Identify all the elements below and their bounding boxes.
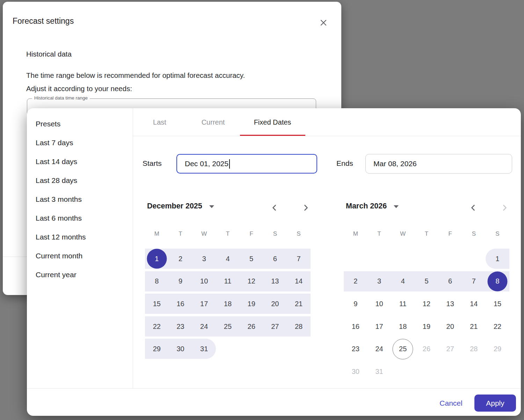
day-number: 7 — [472, 277, 476, 285]
day-number: 6 — [448, 277, 452, 285]
day-cell[interactable]: 31 — [192, 338, 216, 360]
day-cell[interactable]: 11 — [391, 293, 415, 315]
day-cell[interactable]: 12 — [240, 270, 263, 293]
day-cell[interactable]: 1 — [486, 248, 509, 270]
day-cell[interactable]: 2 — [169, 248, 192, 270]
weekday-label: S — [462, 229, 486, 239]
day-cell[interactable]: 24 — [192, 315, 216, 338]
day-cell[interactable]: 16 — [169, 293, 192, 315]
cancel-button[interactable]: Cancel — [428, 396, 474, 411]
day-cell[interactable]: 28 — [287, 315, 311, 338]
day-number: 25 — [399, 345, 407, 353]
day-cell[interactable]: 14 — [287, 270, 311, 293]
day-cell[interactable]: 3 — [367, 270, 391, 293]
calendar-header: March 2026 — [344, 199, 510, 216]
day-cell[interactable]: 13 — [438, 293, 462, 315]
day-cell[interactable]: 13 — [263, 270, 287, 293]
calendar-grid: 1234567891011121314151617181920212223242… — [145, 248, 311, 360]
preset-last-6-months[interactable]: Last 6 months — [36, 209, 82, 228]
day-cell[interactable]: 6 — [263, 248, 287, 270]
day-cell[interactable]: 5 — [240, 248, 263, 270]
ends-input[interactable]: Mar 08, 2026 — [365, 154, 512, 174]
day-cell[interactable]: 8 — [145, 270, 169, 293]
tab-fixed-dates[interactable]: Fixed Dates — [254, 108, 291, 136]
day-number: 3 — [202, 255, 206, 263]
day-number: 22 — [153, 323, 161, 331]
day-cell[interactable]: 12 — [415, 293, 438, 315]
apply-button[interactable]: Apply — [474, 395, 516, 412]
day-cell[interactable]: 18 — [391, 315, 415, 338]
day-cell: 26 — [415, 338, 438, 360]
day-cell[interactable]: 25 — [216, 315, 240, 338]
day-cell[interactable]: 17 — [192, 293, 216, 315]
day-number: 29 — [494, 345, 501, 353]
day-cell[interactable]: 5 — [415, 270, 438, 293]
chevron-left-icon — [270, 204, 279, 212]
day-cell[interactable]: 2 — [344, 270, 367, 293]
day-cell[interactable]: 17 — [367, 315, 391, 338]
day-cell[interactable]: 20 — [263, 293, 287, 315]
calendar-week-row: 23242526272829 — [344, 338, 509, 360]
day-cell[interactable]: 10 — [367, 293, 391, 315]
day-cell[interactable]: 15 — [145, 293, 169, 315]
day-number: 14 — [295, 277, 303, 285]
tab-bar: Last Current Fixed Dates — [133, 108, 521, 136]
close-icon — [319, 18, 328, 28]
day-cell[interactable]: 14 — [462, 293, 486, 315]
day-cell[interactable]: 4 — [216, 248, 240, 270]
day-cell[interactable]: 6 — [438, 270, 462, 293]
today-day-cell[interactable]: 25 — [391, 338, 415, 360]
day-cell[interactable]: 26 — [240, 315, 263, 338]
day-cell[interactable]: 24 — [367, 338, 391, 360]
dropdown-caret-icon — [394, 205, 399, 208]
day-cell[interactable]: 15 — [486, 293, 509, 315]
month-selector-button[interactable]: March 2026 — [346, 202, 399, 211]
preset-current-month[interactable]: Current month — [36, 246, 82, 265]
day-cell[interactable]: 30 — [169, 338, 192, 360]
day-cell[interactable]: 4 — [391, 270, 415, 293]
day-cell[interactable]: 10 — [192, 270, 216, 293]
preset-last-3-months[interactable]: Last 3 months — [36, 190, 82, 209]
preset-last-14-days[interactable]: Last 14 days — [36, 152, 77, 171]
tab-last[interactable]: Last — [153, 108, 166, 136]
day-cell[interactable]: 16 — [344, 315, 367, 338]
day-number: 15 — [153, 300, 161, 308]
preset-current-year[interactable]: Current year — [36, 265, 77, 284]
day-cell[interactable]: 19 — [240, 293, 263, 315]
next-month-button[interactable] — [299, 201, 312, 214]
day-number: 5 — [249, 255, 253, 263]
next-month-button — [498, 201, 511, 214]
day-cell[interactable]: 23 — [344, 338, 367, 360]
prev-month-button[interactable] — [268, 201, 281, 214]
selected-day-cell[interactable]: 8 — [486, 270, 509, 293]
weekday-label: M — [344, 229, 367, 239]
selected-day-cell[interactable]: 1 — [145, 248, 169, 270]
day-cell[interactable]: 3 — [192, 248, 216, 270]
day-cell[interactable]: 9 — [344, 293, 367, 315]
preset-last-7-days[interactable]: Last 7 days — [36, 133, 73, 152]
day-cell[interactable]: 9 — [169, 270, 192, 293]
prev-month-button[interactable] — [467, 201, 480, 214]
day-cell[interactable]: 27 — [263, 315, 287, 338]
day-cell[interactable]: 7 — [462, 270, 486, 293]
day-cell[interactable]: 19 — [415, 315, 438, 338]
day-cell[interactable]: 11 — [216, 270, 240, 293]
day-cell[interactable]: 22 — [145, 315, 169, 338]
day-cell[interactable]: 20 — [438, 315, 462, 338]
preset-last-28-days[interactable]: Last 28 days — [36, 171, 77, 190]
starts-input[interactable]: Dec 01, 2025 — [176, 154, 317, 174]
close-button[interactable] — [316, 16, 330, 30]
day-number: 20 — [446, 323, 454, 331]
day-cell[interactable]: 23 — [169, 315, 192, 338]
month-selector-button[interactable]: December 2025 — [147, 202, 214, 211]
day-cell[interactable]: 7 — [287, 248, 311, 270]
preset-last-12-months[interactable]: Last 12 months — [36, 228, 86, 246]
day-cell[interactable]: 22 — [486, 315, 509, 338]
day-number: 10 — [375, 300, 383, 308]
day-cell[interactable]: 21 — [462, 315, 486, 338]
day-cell[interactable]: 29 — [145, 338, 169, 360]
day-number: 25 — [224, 323, 232, 331]
tab-current[interactable]: Current — [202, 108, 225, 136]
day-cell[interactable]: 18 — [216, 293, 240, 315]
day-cell[interactable]: 21 — [287, 293, 311, 315]
